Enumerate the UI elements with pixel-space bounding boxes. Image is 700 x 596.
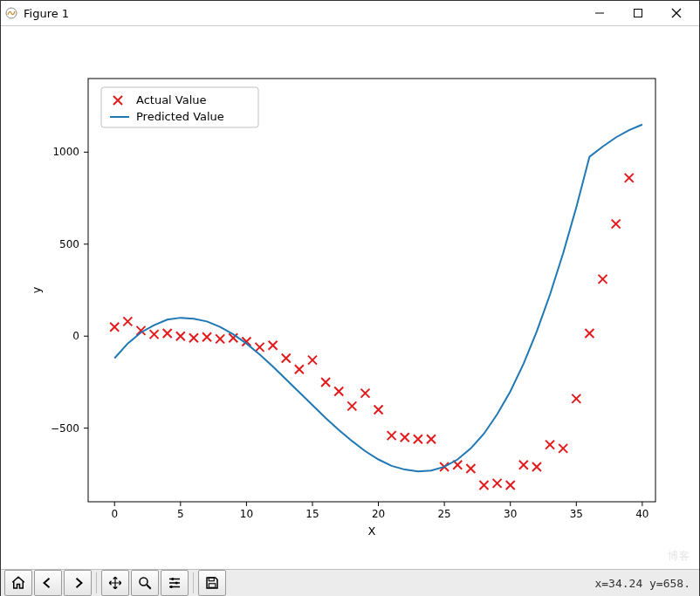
xtick-label: 30 — [504, 508, 517, 520]
home-button[interactable] — [4, 570, 32, 596]
close-button[interactable] — [657, 1, 696, 25]
xtick-label: 5 — [177, 508, 184, 520]
xtick-label: 15 — [305, 508, 319, 520]
configure-button[interactable] — [161, 570, 189, 596]
toolbar-separator — [96, 572, 97, 593]
xtick-label: 0 — [111, 508, 118, 520]
ytick-label: 1000 — [52, 146, 79, 158]
app-icon — [4, 6, 18, 20]
svg-point-8 — [171, 578, 174, 580]
xtick-label: 35 — [570, 508, 583, 520]
back-button[interactable] — [34, 570, 62, 596]
svg-line-6 — [147, 585, 151, 589]
ytick-label: 500 — [59, 238, 79, 250]
xtick-label: 25 — [437, 508, 450, 520]
svg-rect-14 — [209, 584, 216, 588]
cursor-coordinates: x=34.24 y=658. — [594, 577, 696, 590]
xtick-label: 40 — [635, 508, 649, 520]
plot-canvas[interactable]: 0510152025303540−50005001000XyActual Val… — [1, 26, 699, 569]
forward-button[interactable] — [64, 570, 92, 596]
chart-svg: 0510152025303540−50005001000XyActual Val… — [1, 26, 699, 565]
svg-line-4 — [672, 9, 681, 17]
legend-label-actual: Actual Value — [136, 93, 207, 106]
ytick-label: −500 — [51, 422, 79, 435]
svg-point-10 — [175, 582, 178, 585]
svg-point-12 — [170, 586, 173, 588]
xtick-label: 10 — [240, 508, 253, 520]
minimize-button[interactable] — [580, 1, 619, 25]
legend-label-predicted: Predicted Value — [136, 110, 224, 123]
matplotlib-toolbar: x=34.24 y=658. — [1, 569, 699, 596]
pan-button[interactable] — [101, 570, 129, 596]
figure-window: Figure 1 0510152025303540−50005001000XyA… — [0, 0, 700, 596]
y-axis-label: y — [30, 286, 43, 293]
titlebar: Figure 1 — [1, 1, 699, 26]
save-button[interactable] — [198, 570, 226, 596]
zoom-button[interactable] — [131, 570, 159, 596]
svg-point-5 — [140, 578, 148, 586]
maximize-button[interactable] — [619, 1, 657, 25]
window-title: Figure 1 — [24, 7, 69, 20]
axes-frame — [88, 79, 655, 502]
svg-line-3 — [672, 9, 681, 17]
svg-rect-13 — [209, 578, 214, 581]
x-axis-label: X — [368, 524, 376, 538]
xtick-label: 20 — [372, 508, 385, 520]
svg-rect-2 — [635, 10, 642, 17]
ytick-label: 0 — [72, 330, 79, 342]
toolbar-separator — [193, 572, 194, 593]
